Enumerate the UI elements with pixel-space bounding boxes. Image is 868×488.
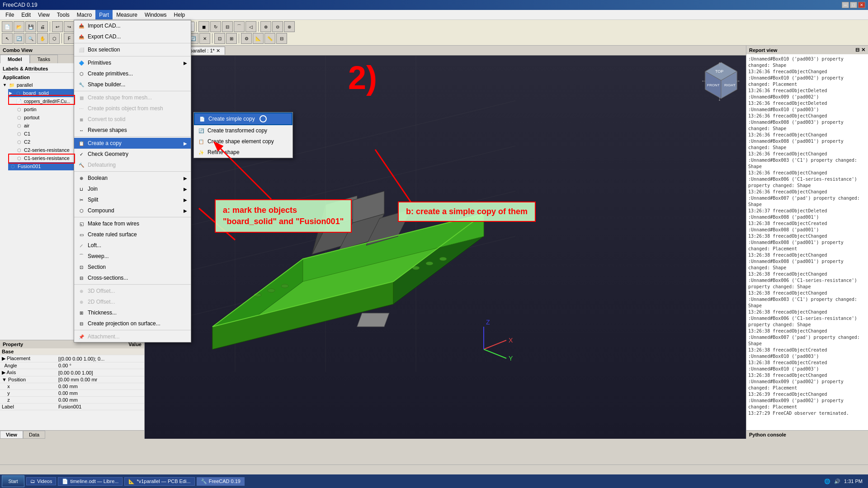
primitives-icon: 🔷 [78,59,85,66]
menu-create-transformed-copy[interactable]: 🔄 Create transformed copy [194,125,292,136]
menu-reverse-shapes[interactable]: ↔ Reverse shapes [74,125,191,136]
menu-windows[interactable]: Windows [141,10,170,19]
viewport[interactable]: Start page ✕ parallel : 1* ✕ [145,46,746,439]
freecad-icon: 🔧 [201,479,207,484]
report-content[interactable]: :Unnamed#Box010 ('pad003') property chan… [746,54,868,430]
taskbar-videos[interactable]: 🗂 Videos [26,477,56,485]
menu-primitives[interactable]: 🔷 Primitives ▶ [74,57,191,68]
report-line: 13:26:36 freecadObjectChanged :Unnamed#B… [748,69,866,88]
3d-offset-icon: ⊕ [78,287,85,295]
menu-shape-builder[interactable]: 🔧 Shape builder... [74,79,191,90]
network-icon: 🌐 [824,479,830,484]
extra-btn-1[interactable]: ⚙ [241,33,252,44]
menu-edit[interactable]: Edit [18,10,34,19]
open-button[interactable]: 📂 [14,21,24,32]
menu-help[interactable]: Help [170,10,189,19]
properties-table: Base ▶ Placement[(0.00 0.00 1.00); 0... … [0,348,144,410]
sep-11 [239,33,239,43]
grid-btn[interactable]: ⊞ [226,33,237,44]
menu-split[interactable]: ✂ Split ▶ [74,194,191,205]
prop-placement: ▶ Placement[(0.00 0.00 1.00); 0... [0,355,144,362]
pan-btn[interactable]: ✋ [37,33,48,44]
minimize-button[interactable]: ─ [842,2,849,8]
menu-macro[interactable]: Macro [73,10,95,19]
report-float-btn[interactable]: ⊟ [855,47,859,53]
menu-view[interactable]: View [34,10,53,19]
menu-create-shape-element-copy[interactable]: 📋 Create shape element copy [194,136,292,147]
menu-import-cad[interactable]: 📥 Import CAD... [74,20,191,31]
prop-z: z0.00 mm [0,397,144,404]
menu-create-a-copy[interactable]: 📋 Create a copy ▶ [74,138,191,149]
menu-check-geometry[interactable]: ✓ Check Geometry [74,149,191,160]
extrude-btn[interactable]: ◼ [198,21,209,32]
redo-button[interactable]: ↪ [64,21,75,32]
snap-btn[interactable]: ⊡ [214,33,225,44]
zoom-btn[interactable]: 🔍 [25,33,36,44]
measure-clear-btn[interactable]: ✕ [199,33,210,44]
svg-text:↑: ↑ [718,60,721,67]
extra-btn-3[interactable]: 📏 [264,33,275,44]
taskbar-freecad[interactable]: 🔧 FreeCAD 0.19 [197,477,245,486]
save-button[interactable]: 💾 [25,21,36,32]
menu-create-primitives[interactable]: ⬡ Create primitives... [74,68,191,79]
create-projection-icon: ⊟ [78,320,85,327]
undo-button[interactable]: ↩ [52,21,63,32]
taskbar-libreoffice[interactable]: 📄 timeline.odt — Libre... [58,477,123,486]
cut-btn[interactable]: ⊖ [272,21,283,32]
close-button[interactable]: ✕ [858,2,865,8]
menu-section[interactable]: ⊡ Section [74,262,191,272]
nav-cube[interactable]: TOP FRONT RIGHT ↑ ← → ↓ [701,60,741,102]
menu-export-cad[interactable]: 📤 Export CAD... [74,31,191,42]
extra-btn-2[interactable]: 📐 [253,33,264,44]
start-button[interactable]: Start [2,475,24,487]
report-line: 13:26:38 freecadObjectChanged :Unnamed#B… [748,309,866,328]
taskbar-pcb-editor[interactable]: 📐 *v1parallel — PCB Edi... [124,477,194,486]
menu-cross-sections[interactable]: ⊟ Cross-sections... [74,272,191,283]
intersect-btn[interactable]: ⊗ [284,21,295,32]
report-close-btn[interactable]: ✕ [861,47,865,53]
menu-join[interactable]: ⊔ Join ▶ [74,183,191,194]
menu-tools[interactable]: Tools [53,10,73,19]
compound-icon: ⬡ [78,207,85,214]
check-geometry-icon: ✓ [78,150,85,158]
tab-model[interactable]: Model [0,55,30,63]
extra-btn-4[interactable]: ⊟ [276,33,287,44]
menu-make-face[interactable]: ◱ Make face from wires [74,218,191,229]
menu-create-projection[interactable]: ⊟ Create projection on surface... [74,318,191,329]
restore-button[interactable]: □ [850,2,857,8]
menu-create-simple-copy[interactable]: 📄 Create simple copy [194,113,292,125]
revolve-btn[interactable]: ↻ [210,21,221,32]
menu-ruled-surface[interactable]: ▭ Create ruled surface [74,229,191,240]
tab-tasks[interactable]: Tasks [30,55,58,63]
front-btn[interactable]: F [64,33,75,44]
select-btn[interactable]: ↖ [2,33,13,44]
menu-measure[interactable]: Measure [113,10,141,19]
menu-file[interactable]: File [2,10,18,19]
report-line: 13:26:38 freecadObjectChanged :Unnamed#B… [748,290,866,309]
menu-sweep[interactable]: ⌒ Sweep... [74,251,191,262]
menu-sep-3 [74,91,191,91]
menu-part[interactable]: Part [95,10,113,19]
tab-data[interactable]: Data [23,431,45,439]
report-line: 13:26:36 freecadObjectChanged :Unnamed#B… [748,189,866,208]
fillet-btn[interactable]: ⌒ [234,21,245,32]
menu-thickness[interactable]: ⊞ Thickness... [74,307,191,318]
menu-2d-offset: ⊕ 2D Offset... [74,296,191,307]
svg-text:RIGHT: RIGHT [724,83,736,87]
menu-box-selection[interactable]: ⬜ Box selection [74,44,191,55]
tab-view[interactable]: View [0,431,23,439]
menu-loft[interactable]: ⟋ Loft... [74,240,191,251]
boolean-btn[interactable]: ⊕ [260,21,271,32]
view3d-btn[interactable]: ⬡ [49,33,60,44]
print-button[interactable]: 🖨 [37,21,48,32]
report-line: 13:26:38 freecadObjectChanged :Unnamed#B… [748,372,866,391]
menu-refine-shape[interactable]: ✨ Refine shape [194,147,292,158]
chamfer-btn[interactable]: ◁ [245,21,256,32]
mirror-btn[interactable]: ⊟ [222,21,233,32]
menu-compound[interactable]: ⬡ Compound ▶ [74,205,191,216]
menu-boolean[interactable]: ⊕ Boolean ▶ [74,173,191,183]
transformed-copy-icon: 🔄 [198,127,205,134]
rotate-btn[interactable]: 🔄 [14,33,24,44]
prop-axis: ▶ Axis[0.00 0.00 1.00] [0,369,144,376]
new-button[interactable]: 📄 [2,21,13,32]
